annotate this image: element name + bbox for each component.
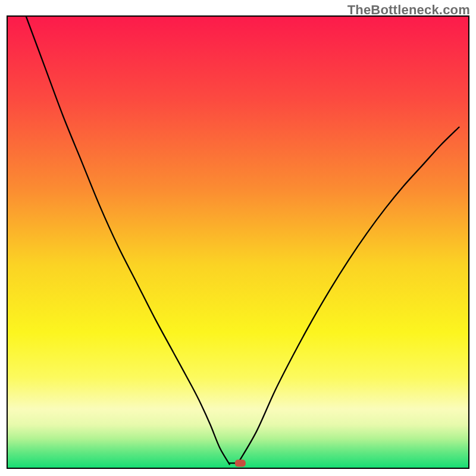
- bottleneck-chart: [0, 0, 476, 476]
- chart-container: TheBottleneck.com: [0, 0, 476, 476]
- optimum-marker: [235, 459, 246, 466]
- plot-area: [8, 17, 468, 468]
- watermark-text: TheBottleneck.com: [347, 2, 470, 18]
